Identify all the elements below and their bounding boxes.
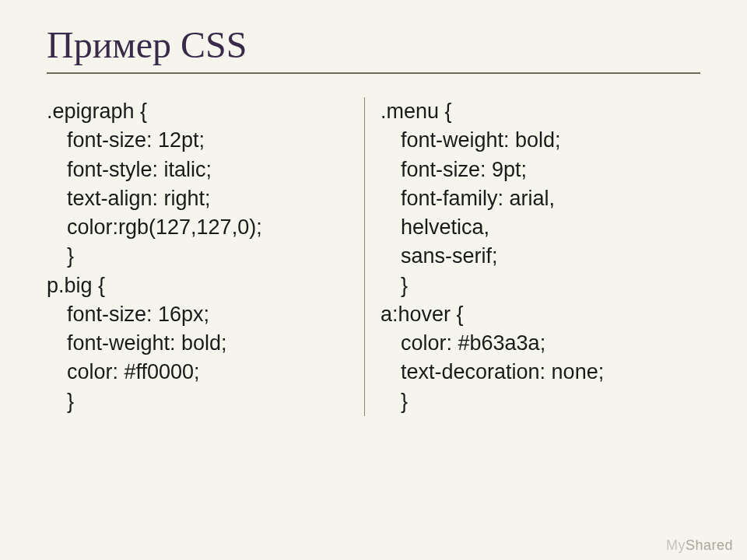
code-line: color: #ff0000;	[47, 358, 349, 387]
watermark-part2: Shared	[686, 537, 733, 553]
code-line: font-size: 16px;	[47, 300, 349, 329]
code-line: sans-serif;	[381, 242, 708, 271]
code-line: text-decoration: none;	[381, 358, 708, 387]
code-line: helvetica,	[381, 213, 708, 242]
code-line: }	[381, 271, 708, 300]
code-line: font-size: 12pt;	[47, 126, 349, 155]
code-line: a:hover {	[381, 300, 708, 329]
code-line: font-weight: bold;	[381, 126, 708, 155]
code-line: text-align: right;	[47, 184, 349, 213]
code-line: font-size: 9pt;	[381, 156, 708, 184]
code-line: color:rgb(127,127,0);	[47, 213, 349, 242]
slide: Пример CSS .epigraph { font-size: 12pt; …	[0, 0, 747, 560]
code-line: color: #b63a3a;	[381, 329, 708, 358]
code-line: }	[47, 242, 349, 271]
code-line: .epigraph {	[47, 97, 349, 126]
title-underline	[47, 72, 700, 74]
slide-title: Пример CSS	[47, 23, 708, 66]
right-column: .menu { font-weight: bold; font-size: 9p…	[364, 97, 708, 416]
code-block-left: .epigraph { font-size: 12pt; font-style:…	[47, 97, 349, 416]
code-line: }	[47, 387, 349, 416]
code-line: p.big {	[47, 271, 349, 300]
code-line: }	[381, 387, 708, 416]
code-line: .menu {	[381, 97, 708, 126]
content-columns: .epigraph { font-size: 12pt; font-style:…	[39, 97, 708, 416]
watermark-part1: My	[666, 537, 686, 553]
left-column: .epigraph { font-size: 12pt; font-style:…	[47, 97, 364, 416]
title-area: Пример CSS	[39, 23, 708, 66]
code-block-right: .menu { font-weight: bold; font-size: 9p…	[381, 97, 708, 416]
code-line: font-style: italic;	[47, 156, 349, 184]
code-line: font-family: arial,	[381, 184, 708, 213]
watermark: MyShared	[666, 537, 733, 554]
code-line: font-weight: bold;	[47, 329, 349, 358]
